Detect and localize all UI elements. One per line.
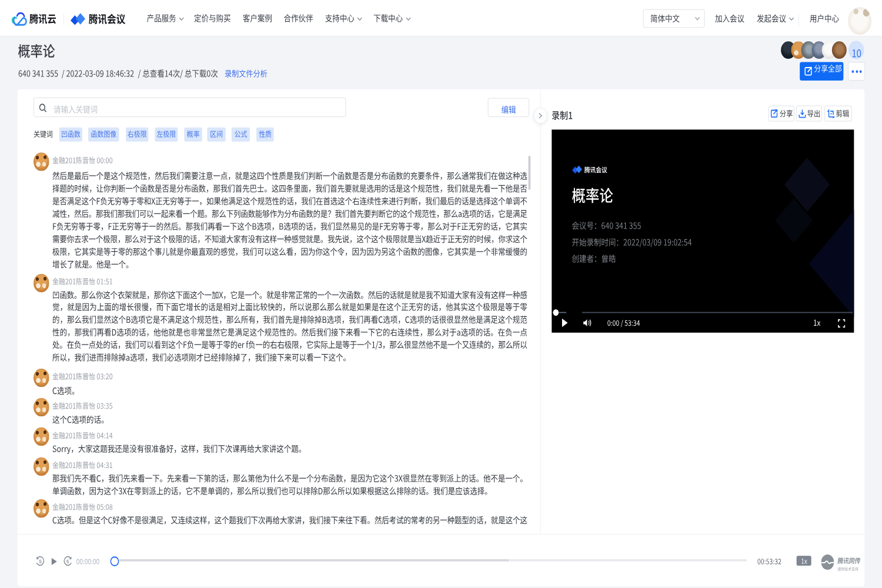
svg-text:5: 5 bbox=[39, 559, 42, 565]
svg-text:5: 5 bbox=[66, 559, 69, 565]
